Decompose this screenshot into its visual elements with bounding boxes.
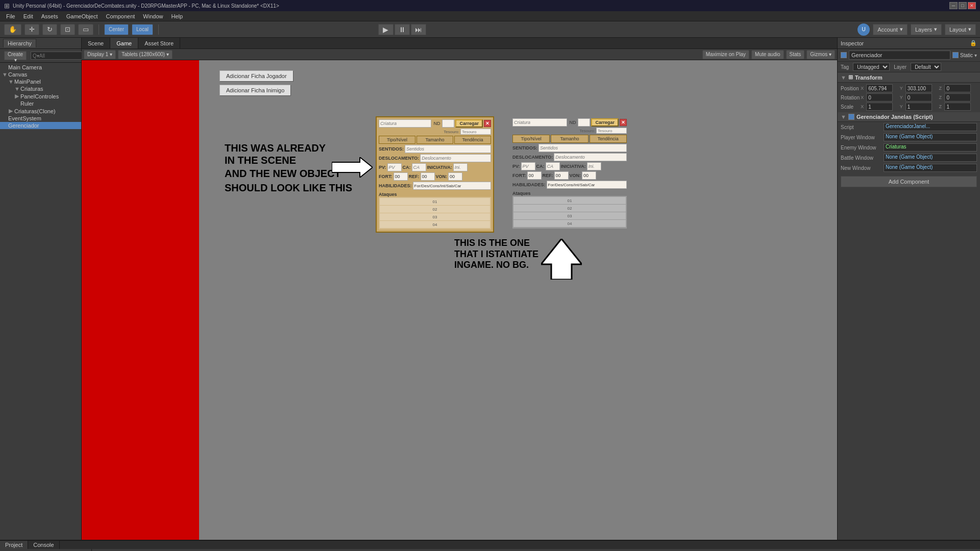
game-tab[interactable]: Game — [110, 38, 138, 48]
fc-right-carregar[interactable]: Carregar — [591, 118, 619, 127]
menu-help[interactable]: Help — [167, 12, 187, 20]
fc-left-criatura[interactable] — [379, 119, 431, 128]
rot-y[interactable]: 0 — [905, 93, 932, 102]
fc-left-tendencia[interactable]: Tendência — [454, 136, 491, 144]
stats-btn[interactable]: Stats — [786, 50, 805, 59]
new-window-field[interactable]: None (Game Object) — [884, 164, 977, 172]
enemy-window-field[interactable]: Criaturas — [884, 143, 977, 152]
fc-right-pv[interactable] — [521, 162, 535, 170]
menu-gameobject[interactable]: GameObject — [62, 12, 102, 20]
menu-window[interactable]: Window — [139, 12, 167, 20]
script-enable[interactable] — [848, 114, 854, 120]
scale-y[interactable]: 1 — [905, 103, 932, 111]
fc-left-sentidos[interactable] — [405, 145, 491, 153]
h-mainpanel[interactable]: ▼ MainPanel — [0, 78, 81, 85]
tag-selector[interactable]: Untagged — [853, 63, 890, 71]
rot-x[interactable]: 0 — [866, 93, 893, 102]
tool-move[interactable]: ✛ — [24, 24, 39, 35]
fc-right-criatura[interactable] — [512, 118, 567, 127]
h-criaturas-clone[interactable]: ▶ Criaturas(Clone) — [0, 107, 81, 115]
fc-left-carregar[interactable]: Carregar — [455, 119, 483, 128]
pivot-local[interactable]: Local — [132, 24, 153, 35]
layer-selector[interactable]: Default — [911, 63, 941, 71]
display-selector[interactable]: Display 1 ▾ — [84, 50, 116, 59]
pos-y[interactable]: 303.100 — [905, 84, 932, 92]
tool-hand[interactable]: ✋ — [4, 24, 21, 35]
menu-file[interactable]: File — [2, 12, 19, 20]
rot-z[interactable]: 0 — [944, 93, 971, 102]
fc-left-ini[interactable] — [453, 163, 468, 171]
h-canvas[interactable]: ▼ Canvas — [0, 71, 81, 78]
fc-right-ref[interactable] — [554, 171, 569, 180]
fc-left-ref[interactable] — [421, 172, 435, 181]
obj-name-input[interactable]: Gerenciador — [849, 51, 950, 60]
pos-z[interactable]: 0 — [944, 84, 971, 92]
asset-store-tab[interactable]: Asset Store — [138, 38, 180, 48]
scene-tab[interactable]: Scene — [82, 38, 110, 48]
fc-right-tipo[interactable]: Tipo/Nível — [512, 135, 550, 143]
fc-left-close[interactable]: ✕ — [484, 120, 491, 127]
fc-right-attack-4[interactable]: 04 — [513, 220, 626, 227]
fc-right-ca[interactable] — [546, 162, 560, 170]
h-criaturas[interactable]: ▼ Criaturas — [0, 85, 81, 92]
layout-dropdown[interactable]: Layout ▾ — [945, 24, 976, 35]
minimize-btn[interactable]: ─ — [949, 2, 958, 9]
h-gerenciador[interactable]: Gerenciador — [0, 122, 81, 129]
fc-left-fort[interactable] — [394, 172, 408, 181]
inspector-lock[interactable]: 🔒 — [970, 40, 977, 46]
player-window-field[interactable]: None (Game Object) — [884, 133, 977, 141]
script-field[interactable]: GerenciadorJanel... — [884, 123, 977, 131]
menu-component[interactable]: Component — [102, 12, 139, 20]
layers-dropdown[interactable]: Layers ▾ — [911, 24, 942, 35]
fc-right-close[interactable]: ✕ — [620, 119, 627, 126]
fc-left-desl[interactable] — [420, 154, 491, 162]
obj-enable-checkbox[interactable] — [841, 52, 847, 58]
add-enemy-btn[interactable]: Adicionar Ficha Inimigo — [219, 85, 291, 96]
fc-left-hab[interactable] — [413, 182, 492, 190]
mute-audio[interactable]: Mute audio — [751, 50, 783, 59]
static-checkbox[interactable] — [952, 52, 959, 58]
tool-rect[interactable]: ▭ — [78, 24, 93, 35]
menu-edit[interactable]: Edit — [19, 12, 37, 20]
fc-right-sentidos[interactable] — [538, 144, 627, 152]
gizmos-btn[interactable]: Gizmos ▾ — [806, 50, 835, 59]
fc-right-attack-3[interactable]: 03 — [513, 212, 626, 219]
fc-left-pv[interactable] — [387, 163, 402, 171]
hierarchy-create-btn[interactable]: Create ▾ — [4, 51, 27, 60]
fc-left-von[interactable] — [448, 172, 462, 181]
fc-right-von[interactable] — [582, 171, 596, 180]
pos-x[interactable]: 605.794 — [866, 84, 893, 92]
fc-left-tipo[interactable]: Tipo/Nível — [379, 136, 415, 144]
h-ruler[interactable]: Ruler — [0, 100, 81, 107]
fc-right-attack-1[interactable]: 01 — [513, 197, 626, 204]
add-player-btn[interactable]: Adicionar Ficha Jogador — [219, 70, 293, 82]
account-dropdown[interactable]: Account ▾ — [873, 24, 908, 35]
fc-right-ini[interactable] — [587, 162, 601, 170]
fc-right-hab[interactable] — [547, 181, 627, 189]
fc-right-tamanho[interactable]: Tamanho — [551, 135, 588, 143]
resolution-selector[interactable]: Tablets (1280x600) ▾ — [118, 50, 173, 59]
pivot-center[interactable]: Center — [104, 24, 129, 35]
fc-left-attack-1[interactable]: 01 — [380, 198, 490, 205]
play-btn[interactable]: ▶ — [378, 24, 394, 35]
fc-left-ca[interactable] — [412, 163, 426, 171]
fc-left-nd[interactable] — [442, 119, 454, 128]
fc-right-fort[interactable] — [527, 171, 542, 180]
fc-left-tesouro[interactable] — [460, 129, 491, 135]
tool-rotate[interactable]: ↻ — [42, 24, 57, 35]
fc-right-tesouro[interactable] — [596, 128, 627, 134]
project-tab[interactable]: Project — [0, 541, 28, 549]
add-component-btn[interactable]: Add Component — [841, 176, 977, 187]
h-main-camera[interactable]: Main Camera — [0, 64, 81, 71]
maximize-btn[interactable]: □ — [959, 2, 967, 9]
fc-left-tamanho[interactable]: Tamanho — [416, 136, 453, 144]
pause-btn[interactable]: ⏸ — [395, 24, 410, 35]
scale-z[interactable]: 1 — [944, 103, 971, 111]
fc-right-desl[interactable] — [554, 153, 627, 161]
h-eventsystem[interactable]: EventSystem — [0, 115, 81, 122]
menu-assets[interactable]: Assets — [37, 12, 62, 20]
fc-left-attack-2[interactable]: 02 — [380, 206, 490, 213]
hierarchy-tab[interactable]: Hierarchy — [3, 39, 36, 47]
battle-window-field[interactable]: None (Game Object) — [884, 154, 977, 162]
fc-right-nd[interactable] — [578, 118, 590, 127]
